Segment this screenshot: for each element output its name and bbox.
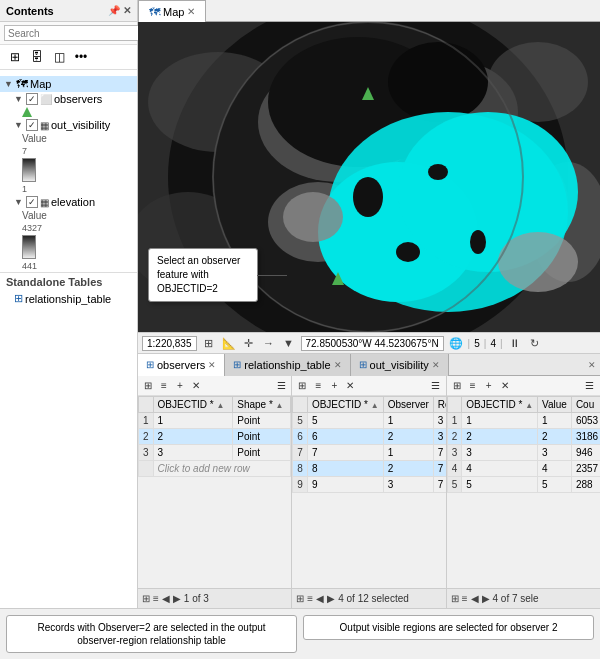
- table-row[interactable]: 8 8 2 7: [293, 461, 446, 477]
- tab-out-visibility[interactable]: ⊞ out_visibility ✕: [351, 354, 449, 376]
- table-row[interactable]: 7 7 1 7: [293, 445, 446, 461]
- add-row[interactable]: Click to add new row: [139, 461, 291, 477]
- pause-icon[interactable]: ⏸: [507, 335, 523, 351]
- rel-col-objectid[interactable]: OBJECTID * ▲: [307, 397, 383, 413]
- scale-display[interactable]: 1:220,835: [142, 336, 197, 351]
- relationship-grid[interactable]: OBJECTID * ▲ Observer Region 5 5: [292, 396, 445, 588]
- rel-col-observer[interactable]: Observer: [383, 397, 433, 413]
- observers-tab-close[interactable]: ✕: [208, 360, 216, 370]
- annotation-text-2: Output visible regions are selected for …: [340, 622, 558, 633]
- tree-item-elevation[interactable]: ▼ ▦ elevation: [0, 195, 137, 209]
- more-icon[interactable]: •••: [72, 48, 90, 66]
- table-row[interactable]: 5 5 1 3: [293, 413, 446, 429]
- out-foot-icon1[interactable]: ⊞: [451, 593, 459, 604]
- obs-foot-icon2[interactable]: ≡: [153, 593, 159, 604]
- out-foot-icon2[interactable]: ≡: [462, 593, 468, 604]
- out-col-objectid[interactable]: OBJECTID * ▲: [462, 397, 538, 413]
- rel-foot-prev[interactable]: ◀: [316, 593, 324, 604]
- rel-foot-icon1[interactable]: ⊞: [296, 593, 304, 604]
- rel-tab-close[interactable]: ✕: [334, 360, 342, 370]
- obs-tbl-menu[interactable]: ☰: [274, 379, 288, 393]
- obs-tbl-icon3[interactable]: +: [173, 379, 187, 393]
- obs-foot-next[interactable]: ▶: [173, 593, 181, 604]
- observers-checkbox[interactable]: [26, 93, 38, 105]
- out-tbl-icon3[interactable]: +: [482, 379, 496, 393]
- tab-observers[interactable]: ⊞ observers ✕: [138, 354, 225, 376]
- tree-item-relationship-table[interactable]: ⊞ relationship_table: [0, 291, 137, 306]
- map-view[interactable]: Select an observer feature with OBJECTID…: [138, 22, 600, 332]
- obs-tbl-icon2[interactable]: ≡: [157, 379, 171, 393]
- coordinates-display: 72.8500530°W 44.5230675°N: [301, 336, 444, 351]
- table-row[interactable]: 6 6 2 3: [293, 429, 446, 445]
- database-icon[interactable]: 🗄: [28, 48, 46, 66]
- grid-icon[interactable]: ⊞: [201, 335, 217, 351]
- arrow-icon[interactable]: →: [261, 335, 277, 351]
- measure-icon[interactable]: 📐: [221, 335, 237, 351]
- out-visibility-grid[interactable]: OBJECTID * ▲ Value Cou 1 1 1: [447, 396, 600, 588]
- observers-grid[interactable]: OBJECTID * ▲ Shape * ▲ 1 1 Point: [138, 396, 291, 588]
- obs-tbl-icon1[interactable]: ⊞: [141, 379, 155, 393]
- filter-icon[interactable]: ⊞: [6, 48, 24, 66]
- tree-item-map[interactable]: ▼ 🗺 Map: [0, 76, 137, 92]
- table-row[interactable]: 1 1 Point: [139, 413, 291, 429]
- out-visibility-checkbox[interactable]: [26, 119, 38, 131]
- table-row[interactable]: 5 5 5 288: [447, 477, 600, 493]
- table-row[interactable]: 2 2 2 3186: [447, 429, 600, 445]
- nav-icon[interactable]: ✛: [241, 335, 257, 351]
- out-foot-next[interactable]: ▶: [482, 593, 490, 604]
- add-row-label[interactable]: Click to add new row: [153, 461, 291, 477]
- layer-icon[interactable]: ◫: [50, 48, 68, 66]
- tree-item-out-visibility[interactable]: ▼ ▦ out_visibility: [0, 118, 137, 132]
- out-tbl-icon1[interactable]: ⊞: [450, 379, 464, 393]
- out-visibility-table-panel: ⊞ ≡ + ✕ ☰ O: [447, 376, 600, 608]
- map-tab-close[interactable]: ✕: [187, 6, 195, 17]
- rel-tbl-icon2[interactable]: ≡: [311, 379, 325, 393]
- rel-col-num: [293, 397, 308, 413]
- rel-col-region[interactable]: Region: [433, 397, 445, 413]
- out-col-value[interactable]: Value: [538, 397, 572, 413]
- table-row[interactable]: 4 4 4 2357: [447, 461, 600, 477]
- tree-item-observers[interactable]: ▼ ⬜ observers: [0, 92, 137, 106]
- refresh-icon[interactable]: ↻: [527, 335, 543, 351]
- obs-col-objectid[interactable]: OBJECTID * ▲: [153, 397, 233, 413]
- obs-shape: Point: [233, 413, 291, 429]
- map-tab-icon: 🗺: [149, 6, 160, 18]
- obs-foot-icon1[interactable]: ⊞: [142, 593, 150, 604]
- out-visibility-chevron: ▼: [14, 120, 24, 130]
- dropdown-icon[interactable]: ▼: [281, 335, 297, 351]
- out-col-count[interactable]: Cou: [571, 397, 600, 413]
- rel-foot-next[interactable]: ▶: [327, 593, 335, 604]
- out-vis-tab-close[interactable]: ✕: [432, 360, 440, 370]
- tab-relationship-table[interactable]: ⊞ relationship_table ✕: [225, 354, 350, 376]
- pin-icon[interactable]: 📌: [108, 5, 120, 16]
- rel-tbl-icon4[interactable]: ✕: [343, 379, 357, 393]
- rel-tbl-menu[interactable]: ☰: [429, 379, 443, 393]
- elev-gradient-swatch: [22, 235, 36, 259]
- rel-tbl-icon1[interactable]: ⊞: [295, 379, 309, 393]
- tree-item-elev-max: 4327: [0, 222, 137, 234]
- gradient-dark-swatch: [22, 158, 36, 182]
- close-icon[interactable]: ✕: [123, 5, 131, 16]
- table-row[interactable]: 1 1 1 6053: [447, 413, 600, 429]
- observers-footer: ⊞ ≡ ◀ ▶ 1 of 3: [138, 588, 291, 608]
- tables-area-close[interactable]: ✕: [584, 360, 600, 370]
- table-row[interactable]: 9 9 3 7: [293, 477, 446, 493]
- map-tab[interactable]: 🗺 Map ✕: [138, 0, 206, 22]
- table-row[interactable]: 3 3 3 946: [447, 445, 600, 461]
- out-tbl-icon4[interactable]: ✕: [498, 379, 512, 393]
- rel-foot-icon2[interactable]: ≡: [307, 593, 313, 604]
- table-row[interactable]: 2 2 Point: [139, 429, 291, 445]
- out-foot-prev[interactable]: ◀: [471, 593, 479, 604]
- annotation-box-1: Records with Observer=2 are selected in …: [6, 615, 297, 653]
- globe2-icon[interactable]: 🌐: [448, 335, 464, 351]
- rel-tbl-icon3[interactable]: +: [327, 379, 341, 393]
- out-tbl-icon2[interactable]: ≡: [466, 379, 480, 393]
- obs-col-shape[interactable]: Shape * ▲: [233, 397, 291, 413]
- table-row[interactable]: 3 3 Point: [139, 445, 291, 461]
- tree-item-elev-grad: [0, 234, 137, 260]
- obs-tbl-icon4[interactable]: ✕: [189, 379, 203, 393]
- out-tbl-menu[interactable]: ☰: [583, 379, 597, 393]
- obs-foot-prev[interactable]: ◀: [162, 593, 170, 604]
- search-input[interactable]: [4, 25, 139, 41]
- elevation-checkbox[interactable]: [26, 196, 38, 208]
